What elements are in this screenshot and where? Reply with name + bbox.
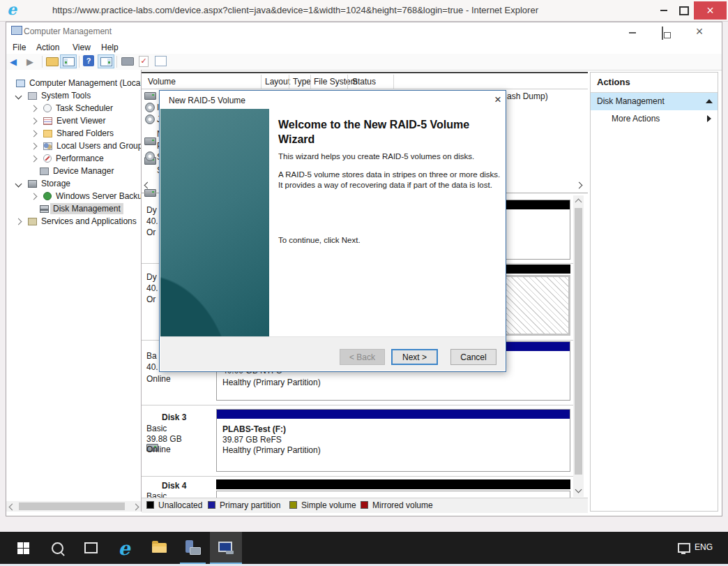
unallocated-bar[interactable]: [216, 479, 570, 489]
checklist-icon[interactable]: [155, 56, 167, 66]
submenu-arrow-icon[interactable]: [707, 115, 711, 122]
next-button[interactable]: Next >: [391, 349, 438, 365]
toolbar-separator: [116, 56, 117, 68]
volume-row-icon-disk[interactable]: [144, 92, 156, 100]
ie-title: https://www.practice-labs.com/device.asp…: [52, 5, 538, 15]
chevron-right-icon[interactable]: [31, 117, 38, 124]
cancel-button[interactable]: Cancel: [450, 349, 496, 365]
tree-item-storage[interactable]: Storage: [16, 177, 70, 190]
forward-icon[interactable]: ▶: [26, 56, 33, 68]
scrollbar-thumb[interactable]: [19, 502, 125, 510]
cm-minimize-button[interactable]: [623, 25, 642, 40]
new-raid5-volume-dialog: New RAID-5 Volume × Welcome to the New R…: [159, 90, 506, 372]
taskbar: e ENG: [0, 532, 728, 564]
actions-more-actions[interactable]: More Actions: [591, 110, 718, 127]
column-volume[interactable]: Volume: [148, 77, 176, 87]
disk-name[interactable]: Disk 3: [162, 412, 186, 422]
column-type[interactable]: Type: [293, 77, 311, 87]
volume-row-icon-disk[interactable]: [144, 137, 156, 145]
tree-hscrollbar[interactable]: [6, 501, 141, 512]
cm-close-button[interactable]: ×: [690, 24, 709, 39]
dialog-close-button[interactable]: ×: [490, 92, 506, 107]
chevron-right-icon[interactable]: [31, 142, 38, 149]
taskbar-server-manager[interactable]: [176, 532, 208, 564]
ie-logo-icon: e: [7, 1, 17, 17]
chevron-right-icon[interactable]: [31, 105, 38, 112]
menu-view[interactable]: View: [70, 41, 93, 54]
taskbar-file-explorer[interactable]: [143, 532, 175, 564]
tree-item-computer-management[interactable]: Computer Management (Local: [16, 77, 142, 89]
help-icon[interactable]: ?: [83, 55, 94, 66]
column-separator[interactable]: [310, 75, 311, 89]
column-separator[interactable]: [289, 75, 289, 89]
disk-size: 39.88 GB: [146, 434, 182, 444]
chevron-right-icon[interactable]: [31, 130, 38, 137]
ie-close-button[interactable]: ×: [694, 1, 727, 20]
tree-item-system-tools[interactable]: System Tools: [16, 89, 91, 102]
panel-top-border: [142, 72, 588, 73]
check-icon[interactable]: ✓: [139, 56, 149, 67]
disk-vscrollbar[interactable]: [573, 195, 584, 497]
collapse-icon[interactable]: [706, 99, 713, 103]
tree-item-task-scheduler[interactable]: Task Scheduler: [31, 102, 113, 114]
column-separator[interactable]: [393, 75, 394, 89]
back-button[interactable]: < Back: [340, 349, 385, 365]
scroll-up-icon[interactable]: [575, 199, 582, 206]
taskbar-search-button[interactable]: [41, 532, 73, 564]
chevron-down-icon[interactable]: [15, 180, 22, 187]
back-icon[interactable]: ◀: [10, 56, 17, 68]
wizard-sidebar-image: [160, 109, 269, 339]
ie-titlebar[interactable]: e https://www.practice-labs.com/device.a…: [0, 0, 728, 22]
export-list-icon[interactable]: [46, 57, 59, 66]
tree-item-shared-folders[interactable]: Shared Folders: [31, 127, 114, 140]
folder-icon: [152, 543, 167, 553]
storage-icon: [28, 180, 37, 188]
volume-row-icon-cd[interactable]: [145, 151, 155, 161]
task-view-button[interactable]: [75, 532, 107, 564]
scroll-down-icon[interactable]: [575, 486, 582, 493]
start-button[interactable]: [7, 532, 39, 564]
partition-region[interactable]: PLABS-Test (F:) 39.87 GB ReFS Healthy (P…: [216, 409, 570, 472]
tree-item-disk-management[interactable]: Disk Management: [40, 202, 123, 215]
column-status[interactable]: Status: [352, 77, 376, 87]
scrollbar-thumb[interactable]: [575, 208, 582, 475]
volume-row-icon-cd[interactable]: [145, 114, 155, 124]
taskbar-computer-management-active[interactable]: [210, 532, 242, 564]
actions-group-disk-management[interactable]: Disk Management: [591, 93, 718, 110]
computer-management-icon: [11, 26, 22, 35]
taskbar-internet-explorer[interactable]: e: [108, 532, 140, 564]
tree-item-event-viewer[interactable]: Event Viewer: [31, 114, 105, 127]
chevron-right-icon[interactable]: [31, 155, 38, 162]
disk-name[interactable]: Disk 4: [162, 481, 186, 491]
tree-item-local-users-groups[interactable]: Local Users and Groups: [31, 140, 142, 152]
chevron-down-icon[interactable]: [15, 92, 22, 99]
partition-region[interactable]: [216, 491, 570, 498]
chevron-right-icon[interactable]: [31, 193, 38, 200]
column-separator[interactable]: [261, 75, 261, 89]
disk-view-icon[interactable]: [121, 57, 134, 66]
dialog-title[interactable]: New RAID-5 Volume: [169, 96, 245, 105]
show-console-tree-button[interactable]: [60, 54, 77, 68]
cm-restore-button[interactable]: [656, 25, 676, 40]
column-layout[interactable]: Layout: [265, 77, 290, 87]
tree-item-performance[interactable]: Performance: [31, 152, 104, 165]
disk-row-divider: [142, 405, 584, 405]
scroll-left-icon[interactable]: [9, 504, 16, 511]
tree-item-windows-server-backup[interactable]: Windows Server Backup: [31, 190, 142, 202]
column-file-system[interactable]: File System: [314, 77, 358, 87]
volume-row-icon-cd[interactable]: [145, 103, 155, 112]
menu-help[interactable]: Help: [98, 41, 121, 54]
console-tree-panel: Computer Management (Local System Tools …: [6, 70, 142, 512]
column-separator[interactable]: [347, 75, 348, 89]
scroll-right-icon[interactable]: [132, 504, 139, 511]
menu-action[interactable]: Action: [33, 41, 62, 54]
chevron-right-icon[interactable]: [15, 218, 22, 225]
language-indicator[interactable]: ENG: [695, 542, 713, 552]
tree-item-services-applications[interactable]: Services and Applications: [16, 215, 137, 228]
tree-item-device-manager[interactable]: Device Manager: [40, 165, 114, 177]
ie-minimize-button[interactable]: [654, 3, 674, 18]
menu-file[interactable]: File: [10, 41, 29, 54]
device-icon: [40, 167, 49, 175]
ie-maximize-button[interactable]: [674, 3, 694, 18]
show-action-pane-button[interactable]: [98, 54, 114, 68]
